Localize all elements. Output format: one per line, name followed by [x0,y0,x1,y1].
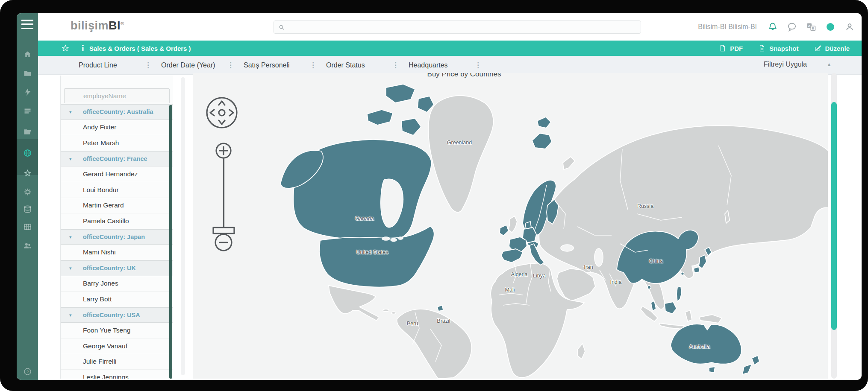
kebab-menu-icon[interactable]: ⋮ [474,61,482,70]
translate-icon[interactable]: AB [806,22,816,32]
collapse-arrow-icon[interactable]: ▾ [69,156,75,162]
sidebar-item-users[interactable] [17,238,38,253]
report-title-bar: Sales & Orders ( Sales & Orders ) PDF Sn… [38,41,862,56]
users-icon [23,241,32,250]
map-controls[interactable] [196,90,252,257]
hamburger-menu-icon[interactable] [21,20,33,29]
filter-item[interactable]: Headquartes⋮ [409,56,491,74]
favorite-star-icon[interactable] [61,44,70,53]
map-scrollbar-thumb[interactable] [831,102,837,330]
app-window: ? bilişimBI® Bilisim-BI Bilisim-BI AB Sa… [17,13,862,380]
report-title: Sales & Orders ( Sales & Orders ) [89,45,191,52]
sidebar-item-database[interactable] [17,202,38,216]
zoom-out-icon[interactable] [215,234,232,251]
employee-item[interactable]: George Vanauf [61,338,173,354]
employee-item[interactable]: Loui Bondur [61,182,173,198]
collapse-arrow-icon[interactable]: ▾ [69,109,75,115]
kebab-menu-icon[interactable]: ⋮ [392,61,399,70]
zoom-in-icon[interactable] [216,143,231,158]
employee-item[interactable]: Peter Marsh [61,135,173,151]
info-icon[interactable] [80,44,86,53]
bell-icon[interactable] [768,22,778,32]
group-header[interactable]: ▾officeCountry: Australia [61,104,173,120]
svg-text:?: ? [26,369,28,374]
employee-item[interactable]: Barry Jones [61,276,173,292]
employee-item[interactable]: Martin Gerard [61,198,173,214]
employee-item[interactable]: Larry Bott [61,292,173,307]
sidebar-item-favorites[interactable] [17,166,38,180]
sidebar-item-dashboards[interactable] [17,146,38,160]
employee-name: George Vanauf [83,342,127,350]
collapse-arrow-icon[interactable]: ▾ [69,266,75,271]
status-circle-icon[interactable] [825,22,836,32]
globe-dashboard-icon [23,149,32,158]
pdf-button[interactable]: PDF [719,44,743,52]
chat-bubble-icon[interactable] [787,22,797,32]
kebab-menu-icon[interactable]: ⋮ [309,61,317,70]
filter-item[interactable]: Order Date (Year)⋮ [161,56,244,74]
map-scrollbar-track[interactable] [831,73,837,379]
filter-label[interactable]: Order Date (Year) [161,61,215,69]
user-profile-icon[interactable] [844,22,855,32]
employee-name: Gerard Hernandez [83,170,138,178]
group-header[interactable]: ▾officeCountry: Japan [61,229,173,245]
sidebar-item-tables[interactable] [17,219,38,234]
filter-label[interactable]: Headquartes [409,61,448,69]
zoom-slider-handle[interactable] [213,228,234,233]
employee-list-scrollbar[interactable] [169,105,172,379]
sidebar-item-actions[interactable] [17,85,38,99]
filter-label[interactable]: Order Status [326,61,365,69]
map-widget[interactable]: Buy Price by Countries [193,73,828,379]
apply-filter-button[interactable]: Filtreyi Uygula [764,61,807,68]
filter-item[interactable]: Product Line⋮ [79,56,161,74]
sidebar-item-settings[interactable] [17,184,38,199]
group-header[interactable]: ▾officeCountry: UK [61,260,173,276]
employee-item[interactable]: Pamela Castillo [61,213,173,229]
employee-item[interactable]: Mami Nishi [61,245,173,260]
employee-search-input[interactable] [64,88,170,103]
snapshot-button[interactable]: Snapshot [758,44,798,52]
filter-label[interactable]: Product Line [79,61,117,69]
country-label: Canada [355,216,374,222]
collapse-arrow-icon[interactable]: ▾ [69,312,75,318]
star-icon [23,169,32,178]
group-header[interactable]: ▾officeCountry: France [61,151,173,167]
filter-bar: Product Line⋮Order Date (Year)⋮Satış Per… [38,56,862,75]
country-label: India [610,279,621,285]
employee-item[interactable]: Julie Firrelli [61,354,173,370]
employee-item[interactable]: Leslie Jennings [61,370,173,379]
pan-control-icon[interactable] [207,98,237,128]
kebab-menu-icon[interactable]: ⋮ [144,61,152,70]
country-label: Australia [689,344,710,350]
edit-button[interactable]: Düzenle [814,44,850,52]
kebab-menu-icon[interactable]: ⋮ [227,61,234,70]
sidebar-item-help[interactable]: ? [17,364,38,379]
world-map[interactable] [193,73,828,379]
global-search[interactable] [274,20,641,34]
search-icon [278,24,285,31]
employee-item[interactable]: Gerard Hernandez [61,166,173,182]
group-header[interactable]: ▾officeCountry: USA [61,307,173,323]
group-label: officeCountry: France [83,155,147,162]
database-icon [23,205,32,214]
employee-item[interactable]: Foon Yue Tseng [61,323,173,338]
employee-name: Pamela Castillo [83,217,129,225]
sidebar: ? [17,13,38,380]
sidebar-item-home[interactable] [17,47,38,61]
filter-item[interactable]: Order Status⋮ [326,56,409,74]
filter-label[interactable]: Satış Personeli [244,61,290,69]
sidebar-item-folders[interactable] [17,66,38,80]
filter-item[interactable]: Satış Personeli⋮ [244,56,326,74]
search-input[interactable] [288,23,636,31]
employee-name: Barry Jones [83,280,118,287]
panel-scrollbar-track[interactable] [181,77,185,375]
sidebar-item-reports[interactable] [17,124,38,139]
filter-items: Product Line⋮Order Date (Year)⋮Satış Per… [79,56,491,74]
user-area: Bilisim-BI Bilisim-BI AB [698,13,855,41]
sidebar-item-lists[interactable] [17,104,38,118]
collapse-arrow-icon[interactable]: ▾ [69,234,75,240]
group-label: officeCountry: Japan [83,233,145,240]
table-icon [23,222,32,231]
collapse-filters-icon[interactable]: ▲ [827,61,832,67]
employee-item[interactable]: Andy Fixter [61,120,173,136]
